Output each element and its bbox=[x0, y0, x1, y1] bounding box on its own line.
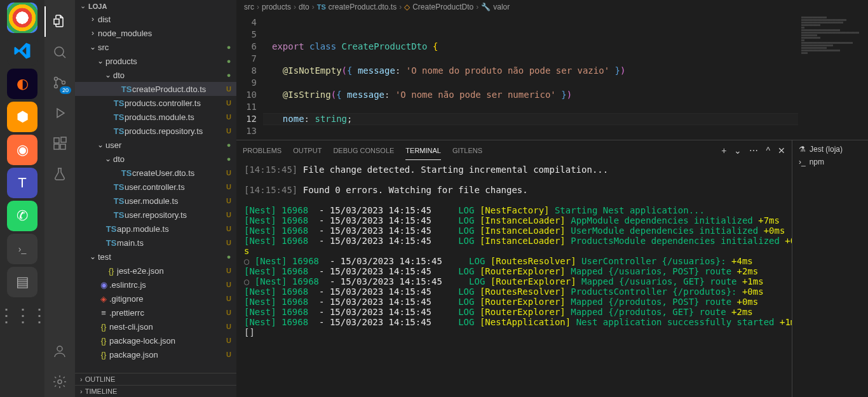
scm-badge: 20 bbox=[60, 86, 71, 94]
file-jest-e2e.json[interactable]: {}jest-e2e.jsonU bbox=[75, 264, 236, 278]
bc-field[interactable]: valor bbox=[493, 3, 510, 11]
chevron-icon: ⌄ bbox=[88, 43, 98, 51]
tab-gitlens[interactable]: GITLENS bbox=[452, 142, 482, 159]
dock-firefox-icon[interactable]: ◐ bbox=[7, 69, 37, 99]
activity-accounts-icon[interactable] bbox=[44, 336, 75, 367]
dock-whatsapp-icon[interactable]: ✆ bbox=[7, 201, 37, 231]
main-area: src› products› dto› TS createProduct.dto… bbox=[236, 0, 868, 397]
bc-sep: › bbox=[476, 3, 478, 11]
terminal-output[interactable]: [14:15:45] File change detected. Startin… bbox=[236, 161, 792, 397]
terminal-npm[interactable]: ›_npm bbox=[795, 156, 865, 168]
folder-node_modules[interactable]: ›node_modules bbox=[75, 26, 236, 40]
activity-search-icon[interactable] bbox=[44, 37, 75, 67]
file-app.module.ts[interactable]: TSapp.module.tsU bbox=[75, 222, 236, 236]
minimap[interactable] bbox=[798, 14, 868, 140]
dock-postman-icon[interactable]: ◉ bbox=[7, 135, 37, 165]
bc-file[interactable]: createProduct.dto.ts bbox=[329, 3, 397, 11]
file-products.module.ts[interactable]: TSproducts.module.tsU bbox=[75, 110, 236, 124]
file-.eslintrc.js[interactable]: ◉.eslintrc.jsU bbox=[75, 278, 236, 292]
file-main.ts[interactable]: TSmain.tsU bbox=[75, 236, 236, 250]
activity-settings-icon[interactable] bbox=[44, 367, 75, 397]
file-products.controller.ts[interactable]: TSproducts.controller.tsU bbox=[75, 96, 236, 110]
folder-products[interactable]: ⌄products● bbox=[75, 54, 236, 68]
root-label: LOJA bbox=[88, 3, 107, 10]
chevron-right-icon: › bbox=[80, 375, 83, 383]
dock-teams-icon[interactable]: T bbox=[7, 168, 37, 198]
explorer-sidebar: ⌄LOJA ›dist›node_modules⌄src●⌄products●⌄… bbox=[75, 0, 236, 397]
file-user.repository.ts[interactable]: TSuser.repository.tsU bbox=[75, 208, 236, 222]
bc-products[interactable]: products bbox=[262, 3, 291, 11]
svg-rect-5 bbox=[54, 144, 59, 149]
more-icon[interactable]: ⋯ bbox=[749, 145, 758, 156]
jest-label: Jest (loja) bbox=[810, 145, 843, 154]
folder-dist[interactable]: ›dist bbox=[75, 12, 236, 26]
gutter: 45678910111213 bbox=[236, 14, 263, 140]
panel-tabs: PROBLEMS OUTPUT DEBUG CONSOLE TERMINAL G… bbox=[236, 140, 792, 161]
dock-vscode-icon[interactable] bbox=[7, 36, 37, 66]
terminal-list: ⚗Jest (loja) ›_npm bbox=[792, 140, 868, 397]
file-user.module.ts[interactable]: TSuser.module.tsU bbox=[75, 194, 236, 208]
chevron-right-icon: › bbox=[80, 387, 83, 395]
svg-rect-7 bbox=[61, 137, 66, 142]
bc-sep: › bbox=[399, 3, 402, 11]
activity-scm-icon[interactable]: 20 bbox=[44, 67, 75, 98]
dock-terminal-icon[interactable]: ›_ bbox=[7, 234, 37, 264]
activity-explorer-icon[interactable] bbox=[44, 6, 75, 37]
tab-debug-console[interactable]: DEBUG CONSOLE bbox=[333, 142, 394, 159]
file-tree: ›dist›node_modules⌄src●⌄products●⌄dto●TS… bbox=[75, 12, 236, 373]
file-.prettierrc[interactable]: ≡.prettierrcU bbox=[75, 306, 236, 320]
svg-point-3 bbox=[62, 81, 65, 84]
file-nest-cli.json[interactable]: {}nest-cli.jsonU bbox=[75, 320, 236, 333]
svg-point-1 bbox=[55, 77, 58, 81]
svg-point-9 bbox=[58, 380, 62, 384]
svg-point-2 bbox=[55, 85, 58, 88]
explorer-root[interactable]: ⌄LOJA bbox=[75, 0, 236, 12]
file-createProduct.dto.ts[interactable]: TScreateProduct.dto.tsU bbox=[75, 82, 236, 96]
code[interactable]: export class CreateProductDto { @IsNotEm… bbox=[263, 14, 798, 140]
npm-label: npm bbox=[810, 158, 824, 166]
maximize-icon[interactable]: ^ bbox=[766, 145, 770, 156]
terminal-icon: ›_ bbox=[799, 158, 806, 166]
bottom-panel: PROBLEMS OUTPUT DEBUG CONSOLE TERMINAL G… bbox=[236, 140, 868, 397]
timeline-section[interactable]: ›TIMELINE bbox=[75, 385, 236, 397]
bc-sep: › bbox=[312, 3, 315, 11]
bc-src[interactable]: src bbox=[244, 3, 254, 11]
new-terminal-icon[interactable]: + bbox=[721, 145, 726, 156]
file-package-lock.json[interactable]: {}package-lock.jsonU bbox=[75, 333, 236, 347]
folder-src[interactable]: ⌄src● bbox=[75, 40, 236, 54]
dock-apps-icon[interactable]: ⋮⋮⋮ bbox=[7, 300, 37, 330]
file-.gitignore[interactable]: ◈.gitignoreU bbox=[75, 292, 236, 306]
folder-dto[interactable]: ⌄dto● bbox=[75, 68, 236, 82]
tab-problems[interactable]: PROBLEMS bbox=[243, 142, 281, 159]
current-line-highlight bbox=[263, 113, 798, 125]
bc-sep: › bbox=[257, 3, 259, 11]
class-icon: ◇ bbox=[404, 3, 410, 11]
breadcrumbs[interactable]: src› products› dto› TS createProduct.dto… bbox=[236, 0, 868, 14]
tab-terminal[interactable]: TERMINAL bbox=[405, 142, 441, 160]
activity-testing-icon[interactable] bbox=[44, 159, 75, 189]
chevron-icon: ⌄ bbox=[95, 57, 105, 65]
outline-section[interactable]: ›OUTLINE bbox=[75, 373, 236, 385]
folder-dto[interactable]: ⌄dto● bbox=[75, 152, 236, 166]
editor[interactable]: 45678910111213 export class CreateProduc… bbox=[236, 14, 868, 140]
file-createUser.dto.ts[interactable]: TScreateUser.dto.tsU bbox=[75, 166, 236, 180]
folder-user[interactable]: ⌄user● bbox=[75, 138, 236, 152]
bc-dto[interactable]: dto bbox=[299, 3, 309, 11]
terminal-jest[interactable]: ⚗Jest (loja) bbox=[795, 143, 865, 156]
activity-debug-icon[interactable] bbox=[44, 98, 75, 128]
dock-app-icon[interactable]: ⬢ bbox=[7, 102, 37, 132]
bc-class[interactable]: CreateProductDto bbox=[412, 3, 473, 11]
dock-chrome-icon[interactable] bbox=[7, 3, 37, 33]
folder-test[interactable]: ⌄test● bbox=[75, 250, 236, 264]
svg-point-8 bbox=[57, 346, 62, 351]
tab-output[interactable]: OUTPUT bbox=[293, 142, 322, 159]
activity-extensions-icon[interactable] bbox=[44, 128, 75, 159]
flask-icon: ⚗ bbox=[799, 145, 806, 154]
close-panel-icon[interactable]: ✕ bbox=[778, 145, 785, 156]
chevron-down-icon: ⌄ bbox=[80, 2, 86, 10]
file-user.controller.ts[interactable]: TSuser.controller.tsU bbox=[75, 180, 236, 194]
split-terminal-icon[interactable]: ⌄ bbox=[734, 145, 742, 156]
file-package.json[interactable]: {}package.jsonU bbox=[75, 347, 236, 361]
dock-files-icon[interactable]: ▤ bbox=[7, 267, 37, 297]
file-products.repository.ts[interactable]: TSproducts.repository.tsU bbox=[75, 124, 236, 138]
